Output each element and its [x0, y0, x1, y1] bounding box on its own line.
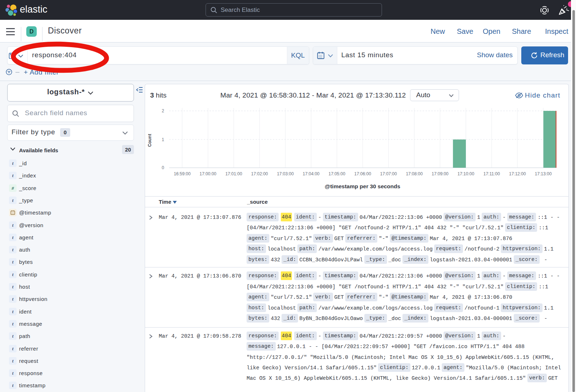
svg-text:17:08:00: 17:08:00 — [406, 171, 423, 176]
svg-text:Count: Count — [147, 134, 152, 147]
svg-text:17:04:00: 17:04:00 — [303, 171, 320, 176]
svg-text:17:02:00: 17:02:00 — [251, 171, 268, 176]
svg-text:17:07:00: 17:07:00 — [380, 171, 397, 176]
svg-text:16:59:00: 16:59:00 — [174, 171, 191, 176]
svg-text:17:10:00: 17:10:00 — [458, 171, 474, 176]
svg-text:17:09:00: 17:09:00 — [432, 171, 449, 176]
svg-text:17:01:00: 17:01:00 — [225, 171, 242, 176]
svg-text:1: 1 — [162, 137, 164, 142]
svg-text:2: 2 — [162, 108, 164, 113]
svg-text:17:05:00: 17:05:00 — [328, 171, 345, 176]
svg-text:17:00:00: 17:00:00 — [199, 171, 216, 176]
svg-text:17:06:00: 17:06:00 — [354, 171, 371, 176]
svg-text:17:03:00: 17:03:00 — [277, 171, 294, 176]
svg-text:17:13:00: 17:13:00 — [535, 171, 552, 176]
svg-text:0: 0 — [162, 165, 164, 170]
svg-text:17:11:00: 17:11:00 — [483, 171, 500, 176]
svg-text:17:12:00: 17:12:00 — [509, 171, 526, 176]
